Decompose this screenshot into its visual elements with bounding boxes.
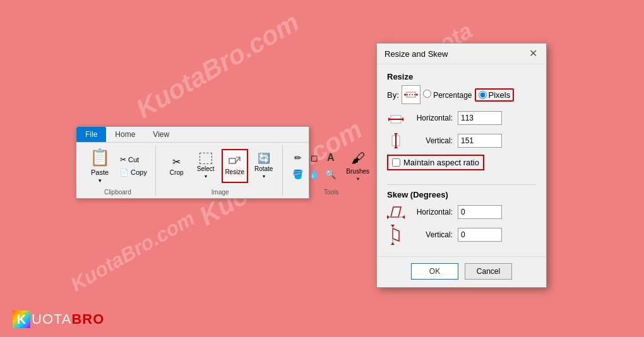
resize-vertical-label: Vertical:: [410, 136, 453, 145]
horizontal-resize-icon: [402, 85, 420, 104]
skew-horizontal-row: Horizontal:: [387, 203, 536, 221]
skew-vertical-input[interactable]: [458, 228, 502, 242]
svg-rect-0: [229, 158, 236, 163]
dialog-footer: OK Cancel: [377, 256, 546, 287]
cancel-button[interactable]: Cancel: [465, 263, 512, 280]
image-group: ✂ Crop Select ▾: [158, 145, 283, 196]
svg-marker-9: [401, 117, 403, 121]
resize-vertical-input[interactable]: [458, 134, 502, 148]
brushes-button[interactable]: 🖌 Brushes ▾: [343, 149, 373, 183]
paste-arrow: ▾: [98, 177, 102, 184]
clipboard-items: 📋 Paste ▾ ✂ Cut 📄 Copy: [85, 145, 150, 186]
pixels-radio[interactable]: [479, 91, 487, 99]
svg-marker-17: [402, 215, 405, 219]
clipboard-group: 📋 Paste ▾ ✂ Cut 📄 Copy Clipboard: [80, 145, 156, 196]
resize-button[interactable]: Resize: [222, 149, 248, 183]
svg-marker-8: [388, 117, 391, 121]
vertical-arrow-icon: [387, 132, 405, 150]
copy-button[interactable]: 📄 Copy: [117, 167, 150, 179]
rotate-icon: 🔄: [258, 152, 270, 164]
pixels-label: Pixels: [489, 90, 511, 100]
image-label: Image: [212, 187, 229, 196]
clipboard-label: Clipboard: [104, 187, 131, 196]
resize-icon: [229, 156, 241, 167]
svg-rect-2: [407, 92, 415, 97]
svg-line-1: [236, 157, 240, 163]
tools-group: ✏ ◻ A 🪣 💧 🔍 🖌 Brushes ▾ Tools: [285, 145, 378, 196]
svg-marker-13: [394, 146, 398, 148]
tab-home[interactable]: Home: [106, 127, 144, 142]
tools-items: ✏ ◻ A 🪣 💧 🔍 🖌 Brushes ▾: [290, 145, 373, 186]
crop-label: Crop: [170, 169, 184, 176]
logo-bro-text: BRO: [71, 311, 104, 328]
resize-vertical-row: Vertical:: [387, 132, 536, 150]
cut-copy-group: ✂ Cut 📄 Copy: [117, 153, 150, 179]
text-tool[interactable]: A: [323, 150, 338, 165]
select-button[interactable]: Select ▾: [193, 149, 219, 183]
crop-icon: ✂: [172, 156, 181, 168]
copy-icon: 📄: [120, 168, 129, 177]
skew-section-label: Skew (Degrees): [387, 190, 536, 199]
dialog-close-button[interactable]: ✕: [528, 49, 539, 59]
rotate-label: Rotate: [254, 165, 273, 172]
skew-vertical-row: Vertical:: [387, 226, 536, 244]
copy-label: Copy: [131, 168, 147, 176]
skew-vertical-icon: [387, 226, 405, 244]
brushes-arrow: ▾: [357, 176, 359, 182]
select-icon: [200, 153, 212, 164]
fill-tool[interactable]: 🪣: [290, 167, 306, 182]
magnifier-tool[interactable]: 🔍: [323, 167, 338, 182]
brushes-label: Brushes: [346, 168, 369, 175]
svg-marker-16: [387, 215, 390, 219]
tool-icons: ✏ ◻ A 🪣 💧 🔍: [290, 150, 341, 182]
tab-view[interactable]: View: [144, 127, 178, 142]
resize-label: Resize: [225, 168, 244, 175]
svg-marker-14: [391, 207, 401, 217]
percentage-radio-label: Percentage: [423, 90, 472, 100]
skew-horizontal-label: Horizontal:: [410, 208, 453, 216]
svg-marker-21: [391, 242, 395, 245]
crop-button[interactable]: ✂ Crop: [164, 149, 190, 183]
horizontal-arrow-icon: [387, 109, 405, 127]
paste-button[interactable]: 📋 Paste ▾: [85, 147, 114, 185]
resize-horizontal-row: Horizontal:: [387, 109, 536, 127]
watermark-4: KuotaBro.com: [67, 206, 199, 296]
maintain-aspect-checkbox[interactable]: [392, 158, 400, 167]
skew-vertical-label: Vertical:: [410, 230, 453, 239]
skew-horizontal-icon: [387, 203, 405, 221]
cut-button[interactable]: ✂ Cut: [117, 153, 150, 166]
select-arrow: ▾: [205, 174, 207, 179]
by-label: By:: [387, 90, 399, 100]
maintain-aspect-label: Maintain aspect ratio: [403, 158, 479, 167]
logo-k-letter: K: [13, 310, 30, 328]
maintain-aspect-row[interactable]: Maintain aspect ratio: [387, 155, 484, 170]
resize-section-label: Resize: [387, 72, 536, 81]
rotate-button[interactable]: 🔄 Rotate ▾: [251, 149, 277, 183]
select-label: Select: [197, 165, 215, 172]
brushes-icon: 🖌: [351, 150, 365, 167]
ok-button[interactable]: OK: [411, 263, 458, 280]
scissors-icon: ✂: [120, 155, 126, 164]
image-items: ✂ Crop Select ▾: [164, 145, 277, 186]
resize-horizontal-input[interactable]: [458, 111, 502, 125]
by-radio-row: By: Percentage Pixels: [387, 85, 536, 104]
tab-file[interactable]: File: [76, 127, 106, 142]
ribbon-body: 📋 Paste ▾ ✂ Cut 📄 Copy Clipboard: [76, 143, 309, 198]
paint-window: File Home View 📋 Paste ▾ ✂ Cut: [76, 126, 309, 199]
tools-label: Tools: [324, 187, 338, 196]
paste-icon: 📋: [90, 148, 110, 167]
resize-horizontal-label: Horizontal:: [410, 114, 453, 122]
resize-skew-dialog: Resize and Skew ✕ Resize By: Percentage: [376, 43, 547, 288]
eraser-tool[interactable]: ◻: [307, 150, 322, 165]
pixels-radio-highlight: Pixels: [475, 88, 515, 102]
logo: K UOTA BRO: [13, 310, 104, 328]
svg-marker-12: [394, 133, 398, 136]
skew-horizontal-input[interactable]: [458, 205, 502, 219]
paste-label: Paste: [91, 168, 109, 176]
watermark-1: KuotaBro.com: [131, 7, 304, 124]
logo-uota-text: UOTA: [32, 311, 71, 328]
percentage-radio[interactable]: [423, 90, 431, 98]
skew-section: Skew (Degrees) Horizontal:: [387, 190, 536, 244]
color-picker-tool[interactable]: 💧: [307, 167, 322, 182]
pencil-tool[interactable]: ✏: [290, 150, 306, 165]
